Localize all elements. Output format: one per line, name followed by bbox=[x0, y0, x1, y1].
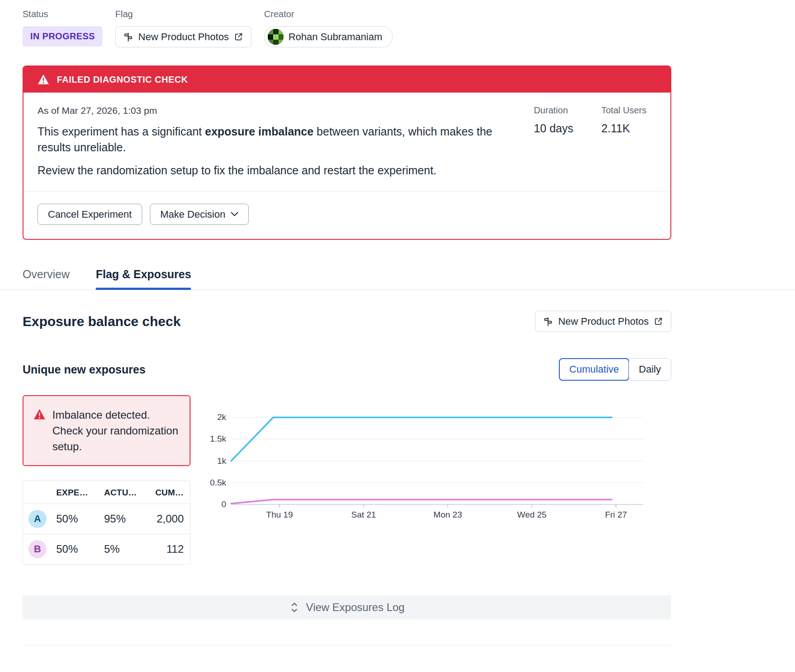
page-title: Exposure balance check bbox=[23, 314, 181, 329]
creator-name: Rohan Subramaniam bbox=[288, 31, 382, 43]
expand-icon bbox=[289, 602, 299, 613]
creator-avatar bbox=[268, 29, 284, 45]
variant-a-badge: A bbox=[28, 510, 46, 528]
svg-text:1k: 1k bbox=[217, 456, 227, 466]
table-row-variant-a: A 50% 95% 2,000 bbox=[23, 504, 191, 534]
variant-a-actual: 95% bbox=[101, 504, 146, 534]
warning-icon bbox=[37, 74, 49, 85]
alert-title: FAILED DIAGNOSTIC CHECK bbox=[57, 75, 188, 85]
creator-pill[interactable]: Rohan Subramaniam bbox=[264, 26, 393, 47]
svg-text:Fri 27: Fri 27 bbox=[605, 510, 627, 519]
view-exposures-log-label: View Exposures Log bbox=[306, 601, 404, 614]
status-group: Status IN PROGRESS bbox=[23, 9, 102, 47]
flag-link-button-secondary[interactable]: New Product Photos bbox=[535, 311, 671, 332]
flag-link-label: New Product Photos bbox=[138, 31, 229, 43]
svg-text:0.5k: 0.5k bbox=[210, 478, 226, 487]
alert-message: This experiment has a significant exposu… bbox=[37, 124, 521, 155]
variant-b-actual: 5% bbox=[101, 534, 146, 565]
toggle-cumulative[interactable]: Cumulative bbox=[559, 358, 629, 381]
status-badge: IN PROGRESS bbox=[23, 26, 102, 47]
variant-a-cumulative: 2,000 bbox=[146, 504, 191, 534]
tabs-bar: Overview Flag & Exposures bbox=[0, 261, 795, 290]
alert-message-bold: exposure imbalance bbox=[205, 125, 313, 138]
variant-b-expected: 50% bbox=[53, 534, 101, 565]
external-link-icon bbox=[654, 317, 663, 326]
tab-overview[interactable]: Overview bbox=[23, 261, 70, 289]
duration-value: 10 days bbox=[534, 122, 573, 135]
make-decision-button[interactable]: Make Decision bbox=[150, 204, 249, 225]
toggle-daily[interactable]: Daily bbox=[629, 359, 671, 380]
flag-group: Flag New Product Photos bbox=[115, 9, 251, 47]
external-link-icon bbox=[234, 32, 243, 42]
total-users-stat: Total Users 2.11K bbox=[601, 105, 646, 186]
exposure-table: EXPE… ACTU… CUM… A 50% 95% 2,000 bbox=[23, 481, 191, 565]
total-users-value: 2.11K bbox=[601, 122, 646, 135]
duration-stat: Duration 10 days bbox=[534, 105, 573, 186]
view-exposures-log-button[interactable]: View Exposures Log bbox=[23, 595, 671, 620]
flag-icon bbox=[543, 317, 553, 327]
status-label: Status bbox=[23, 9, 102, 19]
failed-diagnostic-alert: FAILED DIAGNOSTIC CHECK As of Mar 27, 20… bbox=[23, 65, 671, 240]
imbalance-alert: Imbalance detected. Check your randomiza… bbox=[23, 395, 191, 466]
chart-mode-toggle: Cumulative Daily bbox=[559, 358, 671, 381]
meta-row: Status IN PROGRESS Flag New Product Phot… bbox=[23, 0, 671, 47]
alert-stats: Duration 10 days Total Users 2.11K bbox=[534, 105, 656, 186]
svg-text:Sat 21: Sat 21 bbox=[351, 510, 376, 519]
alert-timestamp: As of Mar 27, 2026, 1:03 pm bbox=[37, 105, 521, 116]
creator-label: Creator bbox=[264, 9, 393, 19]
creator-group: Creator bbox=[264, 9, 393, 47]
alert-text: As of Mar 27, 2026, 1:03 pm This experim… bbox=[37, 105, 521, 186]
svg-text:2k: 2k bbox=[217, 412, 227, 422]
alert-actions: Cancel Experiment Make Decision bbox=[37, 191, 656, 239]
flag-label: Flag bbox=[115, 9, 251, 19]
table-row-variant-b: B 50% 5% 112 bbox=[23, 534, 191, 565]
chart-subtitle: Unique new exposures bbox=[23, 363, 145, 376]
tab-flag-exposures[interactable]: Flag & Exposures bbox=[96, 261, 191, 289]
variant-b-badge: B bbox=[28, 540, 46, 558]
warning-icon bbox=[33, 409, 46, 454]
flag-link-label: New Product Photos bbox=[558, 316, 649, 327]
alert-message-2: Review the randomization setup to fix th… bbox=[37, 163, 521, 178]
flag-link-button[interactable]: New Product Photos bbox=[115, 26, 251, 47]
total-users-label: Total Users bbox=[601, 105, 646, 116]
flag-icon bbox=[123, 32, 133, 42]
table-header-row: EXPE… ACTU… CUM… bbox=[23, 481, 191, 504]
experiment-page: Status IN PROGRESS Flag New Product Phot… bbox=[0, 0, 795, 645]
exposures-line-chart: 00.5k1k1.5k2kThu 19Sat 21Mon 23Wed 25Fri… bbox=[209, 395, 671, 565]
variant-a-expected: 50% bbox=[53, 504, 101, 534]
svg-text:0: 0 bbox=[221, 499, 226, 509]
bottom-divider bbox=[23, 645, 671, 645]
duration-label: Duration bbox=[534, 105, 573, 116]
chevron-down-icon bbox=[231, 212, 238, 217]
cancel-experiment-button[interactable]: Cancel Experiment bbox=[37, 204, 142, 225]
actual-column-header: ACTU… bbox=[101, 481, 146, 504]
cumulative-column-header: CUM… bbox=[146, 481, 191, 504]
variant-column-header bbox=[23, 481, 53, 504]
alert-header: FAILED DIAGNOSTIC CHECK bbox=[23, 66, 670, 93]
svg-text:Mon 23: Mon 23 bbox=[433, 510, 462, 519]
expected-column-header: EXPE… bbox=[53, 481, 101, 504]
svg-text:Thu 19: Thu 19 bbox=[266, 510, 293, 519]
svg-text:Wed 25: Wed 25 bbox=[517, 510, 547, 519]
alert-body: As of Mar 27, 2026, 1:03 pm This experim… bbox=[23, 93, 670, 239]
imbalance-alert-text: Imbalance detected. Check your randomiza… bbox=[52, 407, 180, 454]
make-decision-label: Make Decision bbox=[160, 209, 225, 220]
svg-text:1.5k: 1.5k bbox=[210, 434, 226, 443]
variant-b-cumulative: 112 bbox=[146, 534, 191, 565]
